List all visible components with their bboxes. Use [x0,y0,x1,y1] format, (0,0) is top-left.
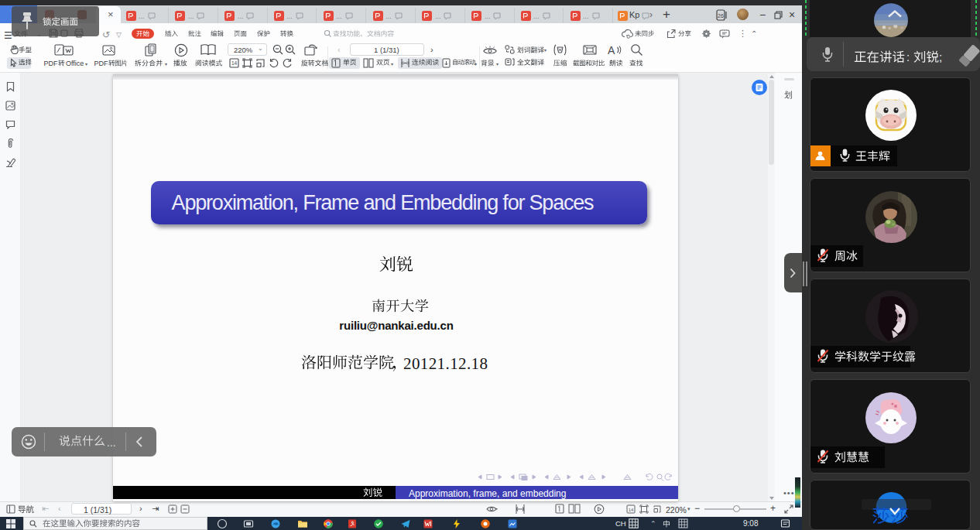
svg-text:14: 14 [629,508,634,512]
svg-text:A: A [608,44,615,56]
svg-text:14: 14 [231,60,238,66]
svg-text:26: 26 [718,13,724,19]
